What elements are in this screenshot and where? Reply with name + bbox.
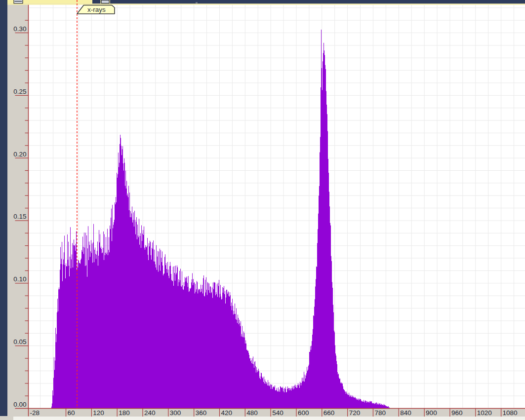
y-tick-label: 0.15 (13, 213, 26, 220)
y-tick-label: 0.20 (13, 151, 26, 158)
x-tick-label: 720 (349, 409, 361, 417)
titlebar-fragment (92, 0, 525, 4)
x-axis-start-label: -28 (30, 409, 40, 417)
y-tick-label: 0.05 (13, 338, 26, 345)
bottom-corner-block (0, 416, 13, 420)
y-tick-label: 0.30 (13, 25, 26, 33)
x-tick-label: 1080 (503, 409, 518, 417)
toolbar-underline (7, 4, 525, 5)
x-tick-label: 600 (298, 409, 309, 417)
x-tick-label: 240 (144, 409, 156, 417)
left-edge-strip (0, 0, 7, 416)
x-tick-label: 840 (400, 409, 411, 417)
x-tick-label: 360 (196, 409, 207, 417)
y-tick-label: 0.10 (13, 275, 26, 283)
x-tick-label: 900 (426, 409, 437, 417)
x-tick-label: 540 (272, 409, 283, 417)
x-tick-label: 1020 (477, 409, 492, 417)
x-tick-label: 480 (246, 409, 258, 417)
x-tick-label: 780 (374, 409, 386, 417)
x-tick-label: 180 (119, 409, 130, 417)
x-tick-label: 960 (451, 409, 463, 417)
y-tick-label: 0.00 (13, 401, 26, 408)
x-tick-label: 300 (170, 409, 181, 417)
xrays-callout-label: x-rays (87, 6, 106, 13)
x-tick-label: 120 (93, 409, 104, 417)
y-tick-label: 0.25 (13, 88, 26, 95)
x-tick-label: 60 (68, 409, 75, 417)
x-tick-label: 420 (221, 409, 232, 417)
titlebar-window-icon[interactable] (101, 0, 109, 3)
spectrum-chart: 0.300.250.200.150.100.050.00601201802403… (0, 0, 525, 420)
spectrum-window: 0.300.250.200.150.100.050.00601201802403… (0, 0, 525, 420)
titlebar-dot-icon (196, 2, 198, 4)
xrays-callout[interactable]: x-rays (77, 5, 115, 14)
bottom-scroll-strip[interactable] (13, 417, 525, 420)
x-tick-label: 660 (323, 409, 335, 417)
